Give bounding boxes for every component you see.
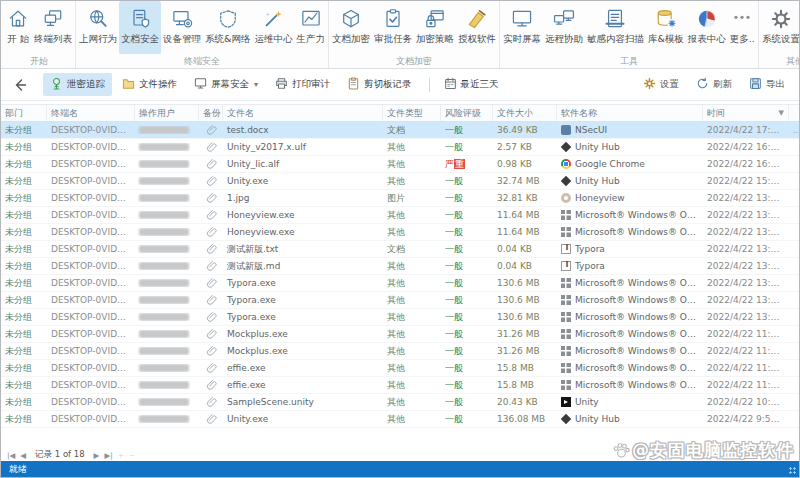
- toolbar-button-0[interactable]: 泄密追踪: [43, 73, 112, 96]
- ribbon-button-1-3[interactable]: 系统&网络: [203, 1, 252, 54]
- column-header-6[interactable]: 风险评级: [441, 105, 493, 121]
- paperclip-icon[interactable]: [206, 328, 217, 341]
- paperclip-icon[interactable]: [206, 158, 217, 171]
- paperclip-icon[interactable]: [206, 294, 217, 307]
- ribbon-button-2-0[interactable]: 文档加密: [330, 1, 372, 54]
- pager-append-button[interactable]: +: [118, 451, 124, 460]
- table-row[interactable]: 未分组DESKTOP-0VIDMDJeffie.exe其他一般15.8 MBMi…: [1, 377, 799, 394]
- ribbon-button-label: 实时屏幕: [503, 33, 541, 46]
- back-button[interactable]: [13, 78, 27, 92]
- table-row[interactable]: 未分组DESKTOP-0VIDMDJUnity.exe其他一般32.74 MBU…: [1, 173, 799, 190]
- table-row[interactable]: 未分组DESKTOP-0VIDMDJUnity.exe其他一般136.08 MB…: [1, 411, 799, 428]
- paperclip-icon[interactable]: [206, 277, 217, 290]
- toolbar-right-button-2[interactable]: 导出: [747, 74, 787, 95]
- pager-prev-button[interactable]: ◀: [20, 451, 26, 460]
- paperclip-icon[interactable]: [206, 124, 217, 137]
- column-header-2[interactable]: 操作用户: [135, 105, 199, 121]
- paperclip-icon[interactable]: [206, 396, 217, 409]
- operating-user-cell: [135, 126, 199, 134]
- remote-assist-icon: [552, 6, 576, 32]
- column-header-label: 文件大小: [497, 107, 533, 120]
- resize-grip[interactable]: [789, 467, 797, 475]
- ribbon-button-0-1[interactable]: 终端列表: [32, 1, 74, 54]
- column-header-1[interactable]: 终端名: [47, 105, 135, 121]
- toolbar-button-3[interactable]: 打印审计: [268, 73, 337, 96]
- paperclip-icon[interactable]: [206, 243, 217, 256]
- ribbon-button-3-2[interactable]: 敏感内容扫描: [585, 1, 646, 54]
- column-header-8[interactable]: 软件名称: [557, 105, 703, 121]
- column-header-3[interactable]: 备份: [199, 105, 223, 121]
- table-row[interactable]: 未分组DESKTOP-0VIDMDJ测试新版.md其他一般0.04 KBTypo…: [1, 258, 799, 275]
- ribbon-button-2-1[interactable]: 审批任务: [372, 1, 414, 54]
- paperclip-icon[interactable]: [206, 379, 217, 392]
- toolbar-button-4[interactable]: 剪切板记录: [340, 73, 419, 96]
- ribbon-button-1-4[interactable]: 运维中心: [252, 1, 294, 54]
- pager-next-button[interactable]: ▶: [94, 451, 100, 460]
- column-header-0[interactable]: 部门: [1, 105, 47, 121]
- risk-level-cell: 一般: [441, 260, 493, 273]
- toolbar-button-2[interactable]: 屏幕安全▾: [187, 73, 265, 96]
- ribbon-button-3-0[interactable]: 实时屏幕: [501, 1, 543, 54]
- ribbon-button-2-3[interactable]: 授权软件: [456, 1, 498, 54]
- table-row[interactable]: 未分组DESKTOP-0VIDMDJ1.jpg图片一般32.81 KBHoney…: [1, 190, 799, 207]
- paperclip-icon[interactable]: [206, 226, 217, 239]
- file-name-cell: Unity.exe: [223, 414, 383, 424]
- paperclip-icon[interactable]: [206, 260, 217, 273]
- ribbon-button-1-5[interactable]: 生产力: [294, 1, 327, 54]
- pager-first-button[interactable]: |◀: [7, 451, 15, 460]
- column-header-9[interactable]: 时间▼: [703, 105, 789, 121]
- paperclip-icon[interactable]: [206, 413, 217, 426]
- paperclip-icon[interactable]: [206, 311, 217, 324]
- ribbon-button-1-0[interactable]: 上网行为: [77, 1, 119, 54]
- device-management-icon: [170, 6, 194, 32]
- ribbon-button-3-3[interactable]: 库&模板: [646, 1, 686, 54]
- column-header-5[interactable]: 文件类型: [383, 105, 441, 121]
- toolbar-button-1[interactable]: 文件操作: [115, 73, 184, 96]
- column-header-10[interactable]: [789, 105, 800, 121]
- table-row[interactable]: 未分组DESKTOP-0VIDMDJtest.docx文档一般36.49 KBN…: [1, 122, 799, 139]
- paperclip-icon[interactable]: [206, 192, 217, 205]
- ribbon-button-3-4[interactable]: 报表中心: [686, 1, 728, 54]
- paperclip-icon[interactable]: [206, 345, 217, 358]
- table-row[interactable]: 未分组DESKTOP-0VIDMDJeffie.exe其他一般15.8 MBMi…: [1, 360, 799, 377]
- ribbon-button-3-5[interactable]: 更多..: [728, 1, 757, 54]
- paperclip-icon[interactable]: [206, 362, 217, 375]
- paperclip-icon[interactable]: [206, 141, 217, 154]
- table-row[interactable]: 未分组DESKTOP-0VIDMDJMockplus.exe其他一般31.26 …: [1, 343, 799, 360]
- table-row[interactable]: 未分组DESKTOP-0VIDMDJUnity_lic.alf其他严重0.98 …: [1, 156, 799, 173]
- file-size-cell: 2.57 KB: [493, 142, 557, 152]
- department-cell: 未分组: [1, 328, 47, 341]
- column-header-4[interactable]: 文件名: [223, 105, 383, 121]
- pager-delete-button[interactable]: −: [129, 451, 135, 460]
- department-cell: 未分组: [1, 141, 47, 154]
- terminal-name-cell: DESKTOP-0VIDMDJ: [47, 176, 135, 186]
- table-row[interactable]: 未分组DESKTOP-0VIDMDJHoneyview.exe其他一般11.64…: [1, 207, 799, 224]
- pager-last-button[interactable]: ▶|: [104, 451, 112, 460]
- table-row[interactable]: 未分组DESKTOP-0VIDMDJ测试新版.txt文档一般0.04 KBTyp…: [1, 241, 799, 258]
- paperclip-icon[interactable]: [206, 175, 217, 188]
- table-row[interactable]: 未分组DESKTOP-0VIDMDJTypora.exe其他一般130.6 MB…: [1, 275, 799, 292]
- ribbon-button-4-0[interactable]: 系统设置: [760, 1, 799, 54]
- toolbar-right-button-0[interactable]: 设置: [641, 74, 681, 95]
- row-more-indicator[interactable]: ...: [789, 126, 800, 135]
- terminal-name-cell: DESKTOP-0VIDMDJ: [47, 380, 135, 390]
- table-row[interactable]: 未分组DESKTOP-0VIDMDJHoneyview.exe其他一般11.64…: [1, 224, 799, 241]
- toolbar-button-5[interactable]: 最近三天: [437, 73, 506, 96]
- ribbon-button-1-2[interactable]: 设备管理: [161, 1, 203, 54]
- ribbon-button-2-2[interactable]: 加密策略: [414, 1, 456, 54]
- table-row[interactable]: 未分组DESKTOP-0VIDMDJSampleScene.unity其他一般2…: [1, 394, 799, 411]
- ribbon-button-3-1[interactable]: 远程协助: [543, 1, 585, 54]
- ribbon-button-1-1[interactable]: 文档安全: [119, 1, 161, 54]
- table-row[interactable]: 未分组DESKTOP-0VIDMDJTypora.exe其他一般130.6 MB…: [1, 292, 799, 309]
- file-type-cell: 其他: [383, 175, 441, 188]
- table-row[interactable]: 未分组DESKTOP-0VIDMDJTypora.exe其他一般130.6 MB…: [1, 309, 799, 326]
- table-row[interactable]: 未分组DESKTOP-0VIDMDJMockplus.exe其他一般31.26 …: [1, 326, 799, 343]
- toolbar-right-button-1[interactable]: 刷新: [694, 74, 734, 95]
- ribbon-button-0-0[interactable]: 开 始: [4, 1, 32, 54]
- column-header-7[interactable]: 文件大小: [493, 105, 557, 121]
- paperclip-icon[interactable]: [206, 209, 217, 222]
- file-size-cell: 136.08 MB: [493, 414, 557, 424]
- table-row[interactable]: 未分组DESKTOP-0VIDMDJUnity_v2017.x.ulf其他一般2…: [1, 139, 799, 156]
- time-cell: 2022/4/22 13:14:44: [703, 278, 789, 288]
- terminal-name-cell: DESKTOP-0VIDMDJ: [47, 244, 135, 254]
